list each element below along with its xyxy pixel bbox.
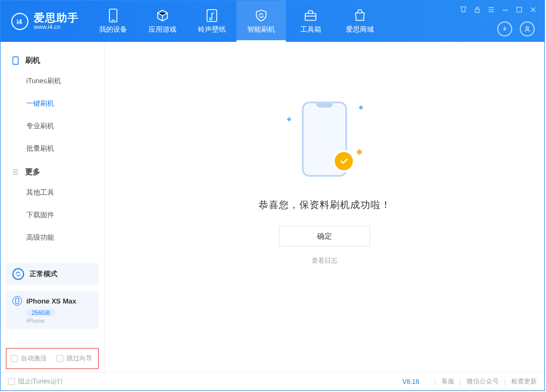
menu-icon[interactable] bbox=[486, 5, 496, 14]
checkbox-icon bbox=[56, 355, 63, 362]
user-icon[interactable] bbox=[520, 21, 535, 36]
success-illustration bbox=[284, 96, 365, 182]
cube-icon bbox=[156, 9, 169, 23]
version-label: V8.16 bbox=[402, 378, 419, 386]
checkbox-label: 跳过向导 bbox=[67, 354, 92, 363]
nav-toolbox[interactable]: 工具箱 bbox=[286, 1, 335, 42]
sidebar-group-flash: 刷机 bbox=[1, 51, 104, 70]
sidebar-item-download-firmware[interactable]: 下载固件 bbox=[1, 204, 104, 226]
svg-rect-10 bbox=[13, 57, 18, 64]
window-controls bbox=[459, 5, 538, 14]
sidebar-item-other-tools[interactable]: 其他工具 bbox=[1, 181, 104, 204]
sidebar-item-pro-flash[interactable]: 专业刷机 bbox=[1, 115, 104, 137]
footer-link-support[interactable]: 客服 bbox=[441, 377, 454, 386]
sidebar-group-title: 更多 bbox=[25, 167, 40, 177]
nav-label: 爱思商城 bbox=[346, 25, 374, 34]
sidebar-item-oneclick-flash[interactable]: 一键刷机 bbox=[1, 92, 104, 115]
main-content: 恭喜您，保资料刷机成功啦！ 确定 查看日志 bbox=[105, 42, 544, 372]
checkbox-label: 自动激活 bbox=[21, 354, 47, 363]
sidebar-item-advanced[interactable]: 高级功能 bbox=[1, 226, 104, 249]
nav-smart-flash[interactable]: 智能刷机 bbox=[237, 1, 286, 42]
phone-small-icon bbox=[12, 296, 22, 306]
maximize-icon[interactable] bbox=[514, 5, 524, 14]
svg-rect-4 bbox=[305, 13, 316, 20]
device-name: iPhone XS Max bbox=[26, 297, 76, 305]
device-mode-card[interactable]: 正常模式 bbox=[6, 263, 99, 285]
ok-button-label: 确定 bbox=[317, 231, 332, 241]
svg-point-9 bbox=[526, 27, 529, 29]
nav-ringtone-wallpaper[interactable]: 铃声壁纸 bbox=[187, 1, 237, 42]
svg-rect-6 bbox=[475, 9, 479, 12]
title-bar: i4 爱思助手 www.i4.cn 我的设备 应用游戏 铃声壁纸 智能 bbox=[1, 1, 544, 42]
nav-my-device[interactable]: 我的设备 bbox=[88, 1, 138, 42]
header-account-icons bbox=[497, 21, 535, 36]
svg-rect-11 bbox=[16, 298, 19, 304]
svg-rect-2 bbox=[112, 20, 115, 21]
device-icon bbox=[11, 56, 20, 65]
svg-rect-8 bbox=[517, 8, 522, 12]
shopping-bag-icon bbox=[353, 9, 367, 23]
nav-store[interactable]: 爱思商城 bbox=[335, 1, 385, 42]
footer-link-wechat[interactable]: 微信公众号 bbox=[467, 377, 499, 386]
tshirt-icon[interactable] bbox=[459, 5, 468, 14]
nav-label: 我的设备 bbox=[99, 25, 127, 34]
sidebar-group-more: 更多 bbox=[1, 163, 104, 181]
music-file-icon bbox=[205, 9, 219, 23]
nav-apps-games[interactable]: 应用游戏 bbox=[138, 1, 187, 42]
status-bar: 阻止iTunes运行 V8.16 | 客服 | 微信公众号 | 检查更新 bbox=[1, 372, 544, 390]
download-icon[interactable] bbox=[497, 21, 512, 36]
logo-icon: i4 bbox=[11, 13, 28, 30]
nav-label: 铃声壁纸 bbox=[198, 25, 226, 34]
check-icon bbox=[335, 152, 353, 170]
sync-icon bbox=[12, 268, 24, 280]
top-nav: 我的设备 应用游戏 铃声壁纸 智能刷机 工具箱 爱思商城 bbox=[88, 1, 385, 42]
nav-label: 应用游戏 bbox=[149, 25, 176, 34]
footer-link-updates[interactable]: 检查更新 bbox=[511, 377, 537, 386]
sidebar-item-itunes-flash[interactable]: iTunes刷机 bbox=[1, 70, 104, 92]
list-icon bbox=[11, 168, 20, 176]
sidebar-item-batch-flash[interactable]: 批量刷机 bbox=[1, 137, 104, 160]
device-card[interactable]: iPhone XS Max 256GB iPhone bbox=[6, 291, 99, 329]
app-name: 爱思助手 bbox=[34, 12, 79, 24]
nav-label: 智能刷机 bbox=[247, 25, 275, 34]
lock-icon[interactable] bbox=[473, 5, 482, 14]
phone-icon bbox=[106, 9, 120, 23]
device-type: iPhone bbox=[26, 317, 92, 324]
checkbox-block-itunes[interactable]: 阻止iTunes运行 bbox=[8, 377, 63, 386]
checkbox-auto-activate[interactable]: 自动激活 bbox=[11, 354, 47, 363]
checkbox-label: 阻止iTunes运行 bbox=[18, 377, 63, 386]
sidebar: 刷机 iTunes刷机 一键刷机 专业刷机 批量刷机 更多 其他工具 下载固件 … bbox=[1, 42, 105, 372]
minimize-icon[interactable] bbox=[500, 5, 510, 14]
device-capacity: 256GB bbox=[26, 309, 55, 316]
app-logo: i4 爱思助手 www.i4.cn bbox=[1, 1, 88, 42]
toolbox-icon bbox=[304, 9, 318, 23]
close-icon[interactable] bbox=[528, 5, 538, 14]
device-mode-label: 正常模式 bbox=[29, 269, 57, 279]
ok-button[interactable]: 确定 bbox=[279, 226, 370, 246]
checkbox-skip-guide[interactable]: 跳过向导 bbox=[56, 354, 92, 363]
nav-label: 工具箱 bbox=[300, 25, 321, 34]
sidebar-group-title: 刷机 bbox=[25, 56, 40, 65]
checkbox-icon bbox=[11, 355, 18, 362]
checkbox-icon bbox=[8, 378, 15, 385]
svg-text:i4: i4 bbox=[17, 18, 22, 25]
view-log-link[interactable]: 查看日志 bbox=[212, 256, 437, 265]
success-message: 恭喜您，保资料刷机成功啦！ bbox=[212, 198, 437, 211]
options-highlight-box: 自动激活 跳过向导 bbox=[6, 348, 99, 369]
app-url: www.i4.cn bbox=[34, 24, 79, 30]
shield-sync-icon bbox=[254, 9, 268, 23]
